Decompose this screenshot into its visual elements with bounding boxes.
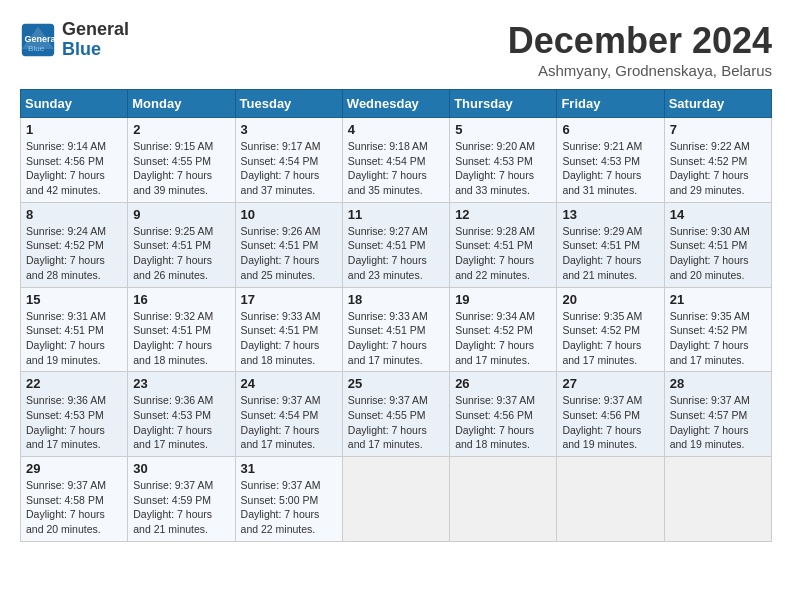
weekday-header: Saturday — [664, 90, 771, 118]
title-block: December 2024 Ashmyany, Grodnenskaya, Be… — [508, 20, 772, 79]
day-info: Sunrise: 9:29 AMSunset: 4:51 PMDaylight:… — [562, 224, 658, 283]
day-number: 6 — [562, 122, 658, 137]
day-number: 7 — [670, 122, 766, 137]
day-info: Sunrise: 9:37 AMSunset: 4:59 PMDaylight:… — [133, 478, 229, 537]
day-number: 13 — [562, 207, 658, 222]
calendar-cell — [557, 457, 664, 542]
day-number: 17 — [241, 292, 337, 307]
day-number: 29 — [26, 461, 122, 476]
logo-line2: Blue — [62, 40, 129, 60]
calendar-cell: 7Sunrise: 9:22 AMSunset: 4:52 PMDaylight… — [664, 118, 771, 203]
day-number: 26 — [455, 376, 551, 391]
calendar-cell: 8Sunrise: 9:24 AMSunset: 4:52 PMDaylight… — [21, 202, 128, 287]
day-info: Sunrise: 9:37 AMSunset: 4:56 PMDaylight:… — [562, 393, 658, 452]
day-number: 9 — [133, 207, 229, 222]
day-info: Sunrise: 9:20 AMSunset: 4:53 PMDaylight:… — [455, 139, 551, 198]
calendar-cell: 22Sunrise: 9:36 AMSunset: 4:53 PMDayligh… — [21, 372, 128, 457]
day-number: 27 — [562, 376, 658, 391]
day-info: Sunrise: 9:37 AMSunset: 4:58 PMDaylight:… — [26, 478, 122, 537]
calendar-cell: 16Sunrise: 9:32 AMSunset: 4:51 PMDayligh… — [128, 287, 235, 372]
day-number: 21 — [670, 292, 766, 307]
day-info: Sunrise: 9:15 AMSunset: 4:55 PMDaylight:… — [133, 139, 229, 198]
logo: General Blue General Blue — [20, 20, 129, 60]
calendar-cell: 4Sunrise: 9:18 AMSunset: 4:54 PMDaylight… — [342, 118, 449, 203]
logo-line1: General — [62, 20, 129, 40]
calendar-cell: 5Sunrise: 9:20 AMSunset: 4:53 PMDaylight… — [450, 118, 557, 203]
calendar-cell: 1Sunrise: 9:14 AMSunset: 4:56 PMDaylight… — [21, 118, 128, 203]
calendar-cell: 11Sunrise: 9:27 AMSunset: 4:51 PMDayligh… — [342, 202, 449, 287]
day-info: Sunrise: 9:32 AMSunset: 4:51 PMDaylight:… — [133, 309, 229, 368]
day-info: Sunrise: 9:37 AMSunset: 4:54 PMDaylight:… — [241, 393, 337, 452]
day-info: Sunrise: 9:17 AMSunset: 4:54 PMDaylight:… — [241, 139, 337, 198]
calendar-cell: 6Sunrise: 9:21 AMSunset: 4:53 PMDaylight… — [557, 118, 664, 203]
day-number: 14 — [670, 207, 766, 222]
logo-icon: General Blue — [20, 22, 56, 58]
month-title: December 2024 — [508, 20, 772, 62]
day-info: Sunrise: 9:33 AMSunset: 4:51 PMDaylight:… — [241, 309, 337, 368]
weekday-header: Wednesday — [342, 90, 449, 118]
day-number: 23 — [133, 376, 229, 391]
day-number: 28 — [670, 376, 766, 391]
day-info: Sunrise: 9:36 AMSunset: 4:53 PMDaylight:… — [26, 393, 122, 452]
day-info: Sunrise: 9:37 AMSunset: 4:57 PMDaylight:… — [670, 393, 766, 452]
svg-text:General: General — [25, 34, 57, 44]
calendar-cell: 29Sunrise: 9:37 AMSunset: 4:58 PMDayligh… — [21, 457, 128, 542]
calendar-cell — [664, 457, 771, 542]
calendar-cell: 31Sunrise: 9:37 AMSunset: 5:00 PMDayligh… — [235, 457, 342, 542]
calendar-cell — [450, 457, 557, 542]
calendar-week-row: 8Sunrise: 9:24 AMSunset: 4:52 PMDaylight… — [21, 202, 772, 287]
weekday-header: Thursday — [450, 90, 557, 118]
svg-text:Blue: Blue — [28, 44, 45, 53]
calendar-cell: 30Sunrise: 9:37 AMSunset: 4:59 PMDayligh… — [128, 457, 235, 542]
day-info: Sunrise: 9:30 AMSunset: 4:51 PMDaylight:… — [670, 224, 766, 283]
day-info: Sunrise: 9:26 AMSunset: 4:51 PMDaylight:… — [241, 224, 337, 283]
day-info: Sunrise: 9:33 AMSunset: 4:51 PMDaylight:… — [348, 309, 444, 368]
calendar-cell: 17Sunrise: 9:33 AMSunset: 4:51 PMDayligh… — [235, 287, 342, 372]
calendar-body: 1Sunrise: 9:14 AMSunset: 4:56 PMDaylight… — [21, 118, 772, 542]
day-number: 30 — [133, 461, 229, 476]
calendar-table: SundayMondayTuesdayWednesdayThursdayFrid… — [20, 89, 772, 542]
calendar-cell: 3Sunrise: 9:17 AMSunset: 4:54 PMDaylight… — [235, 118, 342, 203]
calendar-cell: 14Sunrise: 9:30 AMSunset: 4:51 PMDayligh… — [664, 202, 771, 287]
day-number: 4 — [348, 122, 444, 137]
day-number: 12 — [455, 207, 551, 222]
day-number: 15 — [26, 292, 122, 307]
day-info: Sunrise: 9:36 AMSunset: 4:53 PMDaylight:… — [133, 393, 229, 452]
day-number: 16 — [133, 292, 229, 307]
page-header: General Blue General Blue December 2024 … — [20, 20, 772, 79]
day-number: 24 — [241, 376, 337, 391]
day-number: 31 — [241, 461, 337, 476]
day-number: 22 — [26, 376, 122, 391]
day-number: 1 — [26, 122, 122, 137]
day-info: Sunrise: 9:18 AMSunset: 4:54 PMDaylight:… — [348, 139, 444, 198]
day-info: Sunrise: 9:34 AMSunset: 4:52 PMDaylight:… — [455, 309, 551, 368]
day-info: Sunrise: 9:37 AMSunset: 4:56 PMDaylight:… — [455, 393, 551, 452]
calendar-cell: 28Sunrise: 9:37 AMSunset: 4:57 PMDayligh… — [664, 372, 771, 457]
day-info: Sunrise: 9:14 AMSunset: 4:56 PMDaylight:… — [26, 139, 122, 198]
calendar-week-row: 15Sunrise: 9:31 AMSunset: 4:51 PMDayligh… — [21, 287, 772, 372]
weekday-header: Tuesday — [235, 90, 342, 118]
calendar-cell: 21Sunrise: 9:35 AMSunset: 4:52 PMDayligh… — [664, 287, 771, 372]
day-info: Sunrise: 9:28 AMSunset: 4:51 PMDaylight:… — [455, 224, 551, 283]
day-info: Sunrise: 9:24 AMSunset: 4:52 PMDaylight:… — [26, 224, 122, 283]
calendar-cell: 15Sunrise: 9:31 AMSunset: 4:51 PMDayligh… — [21, 287, 128, 372]
weekday-header: Sunday — [21, 90, 128, 118]
location: Ashmyany, Grodnenskaya, Belarus — [508, 62, 772, 79]
calendar-cell: 26Sunrise: 9:37 AMSunset: 4:56 PMDayligh… — [450, 372, 557, 457]
day-info: Sunrise: 9:35 AMSunset: 4:52 PMDaylight:… — [670, 309, 766, 368]
calendar-cell: 20Sunrise: 9:35 AMSunset: 4:52 PMDayligh… — [557, 287, 664, 372]
calendar-cell: 10Sunrise: 9:26 AMSunset: 4:51 PMDayligh… — [235, 202, 342, 287]
day-info: Sunrise: 9:37 AMSunset: 4:55 PMDaylight:… — [348, 393, 444, 452]
calendar-cell: 24Sunrise: 9:37 AMSunset: 4:54 PMDayligh… — [235, 372, 342, 457]
day-number: 11 — [348, 207, 444, 222]
day-info: Sunrise: 9:22 AMSunset: 4:52 PMDaylight:… — [670, 139, 766, 198]
day-number: 20 — [562, 292, 658, 307]
day-info: Sunrise: 9:25 AMSunset: 4:51 PMDaylight:… — [133, 224, 229, 283]
calendar-week-row: 22Sunrise: 9:36 AMSunset: 4:53 PMDayligh… — [21, 372, 772, 457]
day-info: Sunrise: 9:27 AMSunset: 4:51 PMDaylight:… — [348, 224, 444, 283]
day-info: Sunrise: 9:35 AMSunset: 4:52 PMDaylight:… — [562, 309, 658, 368]
day-number: 18 — [348, 292, 444, 307]
day-info: Sunrise: 9:37 AMSunset: 5:00 PMDaylight:… — [241, 478, 337, 537]
calendar-cell: 23Sunrise: 9:36 AMSunset: 4:53 PMDayligh… — [128, 372, 235, 457]
day-number: 25 — [348, 376, 444, 391]
